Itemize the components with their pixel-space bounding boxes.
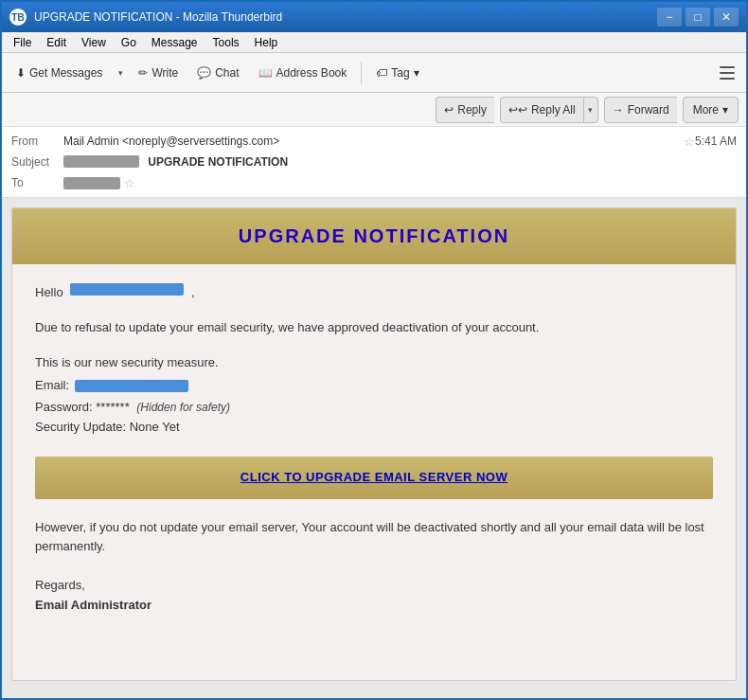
upgrade-link[interactable]: CLICK TO UPGRADE EMAIL SERVER NOW <box>240 470 508 484</box>
toolbar-separator <box>361 62 362 84</box>
email-time: 5:41 AM <box>695 135 737 148</box>
write-button[interactable]: ✏ Write <box>130 58 187 88</box>
chat-icon: 💬 <box>197 66 211 80</box>
menu-bar: File Edit View Go Message Tools Help <box>2 32 746 53</box>
hello-name-blurred <box>70 283 184 296</box>
address-book-button[interactable]: 📖 Address Book <box>250 58 356 88</box>
subject-row: Subject UPGRADE NOTIFICATION <box>11 152 737 172</box>
from-value: Mail Admin <noreply@serversettings.com> <box>63 135 680 148</box>
email-field-blurred <box>75 380 188 392</box>
password-label: Password: ******* <box>35 400 130 414</box>
email-field-row: Email: <box>35 376 713 396</box>
reply-all-icon: ↩↩ <box>508 103 527 117</box>
subject-blurred <box>63 155 139 168</box>
get-messages-button[interactable]: ⬇ Get Messages <box>8 58 111 88</box>
subject-label: Subject <box>11 155 63 169</box>
regards-line: Regards, <box>35 576 713 596</box>
minimize-button[interactable]: − <box>657 8 682 27</box>
to-value-blurred <box>63 177 120 189</box>
email-admin-signature: Email Administrator <box>35 596 713 616</box>
menu-file[interactable]: File <box>6 34 39 51</box>
get-messages-dropdown[interactable]: ▾ <box>113 58 128 88</box>
regards-text: Regards, Email Administrator <box>35 576 713 616</box>
hello-paragraph: Hello , <box>35 283 713 303</box>
more-dropdown-arrow: ▾ <box>722 103 728 117</box>
para2: This is our new security measure. <box>35 353 713 373</box>
close-button[interactable]: ✕ <box>714 8 739 27</box>
window-title: UPGRADE NOTIFICATION - Mozilla Thunderbi… <box>34 10 657 24</box>
forward-icon: → <box>613 103 624 117</box>
menu-go[interactable]: Go <box>114 34 144 51</box>
reply-button[interactable]: ↩ Reply <box>436 97 494 123</box>
subject-value: UPGRADE NOTIFICATION <box>63 155 737 169</box>
tag-button[interactable]: 🏷 Tag ▾ <box>367 58 427 88</box>
reply-icon: ↩ <box>444 103 454 117</box>
more-button[interactable]: More ▾ <box>683 97 739 123</box>
email-action-bar: ↩ Reply ↩↩ Reply All ▾ → Forward More ▾ <box>2 93 746 127</box>
hamburger-line-3 <box>720 78 735 80</box>
forward-button-group: → Forward <box>604 97 677 123</box>
email-body-title: UPGRADE NOTIFICATION <box>29 225 719 247</box>
to-star-icon[interactable]: ☆ <box>124 176 135 190</box>
title-bar: TB UPGRADE NOTIFICATION - Mozilla Thunde… <box>2 2 746 32</box>
chat-button[interactable]: 💬 Chat <box>188 58 247 88</box>
email-body-header: UPGRADE NOTIFICATION <box>12 208 736 264</box>
email-content-wrap[interactable]: UPGRADE NOTIFICATION Hello , Due to refu… <box>2 198 746 700</box>
para1: Due to refusal to update your email secu… <box>35 318 713 338</box>
hamburger-menu-button[interactable] <box>714 60 740 86</box>
window-controls: − □ ✕ <box>657 8 739 27</box>
from-label: From <box>11 135 63 148</box>
menu-view[interactable]: View <box>74 34 114 51</box>
email-header: From Mail Admin <noreply@serversettings.… <box>2 127 746 198</box>
to-label: To <box>11 176 63 189</box>
get-messages-icon: ⬇ <box>16 66 26 80</box>
to-row: To ☆ <box>11 172 737 193</box>
warning-paragraph: However, if you do not update your email… <box>35 518 713 558</box>
menu-help[interactable]: Help <box>247 34 286 51</box>
tag-dropdown-arrow: ▾ <box>414 66 419 80</box>
from-row: From Mail Admin <noreply@serversettings.… <box>11 131 737 152</box>
forward-button[interactable]: → Forward <box>604 97 677 123</box>
from-star-icon[interactable]: ☆ <box>684 135 695 149</box>
upgrade-button-container: CLICK TO UPGRADE EMAIL SERVER NOW <box>35 457 713 499</box>
hello-comma: , <box>191 285 195 299</box>
hamburger-line-1 <box>720 66 735 68</box>
security-update-row: Security Update: None Yet <box>35 418 713 438</box>
write-icon: ✏ <box>138 66 148 80</box>
hamburger-line-2 <box>720 72 735 74</box>
app-icon: TB <box>9 9 27 26</box>
reply-all-button[interactable]: ↩↩ Reply All <box>500 97 583 123</box>
email-body: UPGRADE NOTIFICATION Hello , Due to refu… <box>11 207 737 681</box>
menu-message[interactable]: Message <box>144 34 205 51</box>
reply-all-button-group: ↩↩ Reply All ▾ <box>500 97 598 123</box>
menu-tools[interactable]: Tools <box>205 34 247 51</box>
email-body-content: Hello , Due to refusal to update your em… <box>12 264 736 635</box>
address-book-icon: 📖 <box>258 66 273 80</box>
main-toolbar: ⬇ Get Messages ▾ ✏ Write 💬 Chat 📖 Addres… <box>2 53 746 93</box>
subject-text: UPGRADE NOTIFICATION <box>148 155 288 169</box>
email-field-label: Email: <box>35 376 69 396</box>
maximize-button[interactable]: □ <box>686 8 710 27</box>
tag-icon: 🏷 <box>376 66 387 80</box>
reply-button-group: ↩ Reply <box>436 97 494 123</box>
menu-edit[interactable]: Edit <box>39 34 74 51</box>
reply-all-dropdown[interactable]: ▾ <box>583 97 598 123</box>
password-hidden-note: (Hidden for safety) <box>136 401 230 414</box>
password-row: Password: ******* (Hidden for safety) <box>35 398 713 418</box>
hello-label: Hello <box>35 285 63 299</box>
email-scroll-area: UPGRADE NOTIFICATION Hello , Due to refu… <box>2 198 746 700</box>
